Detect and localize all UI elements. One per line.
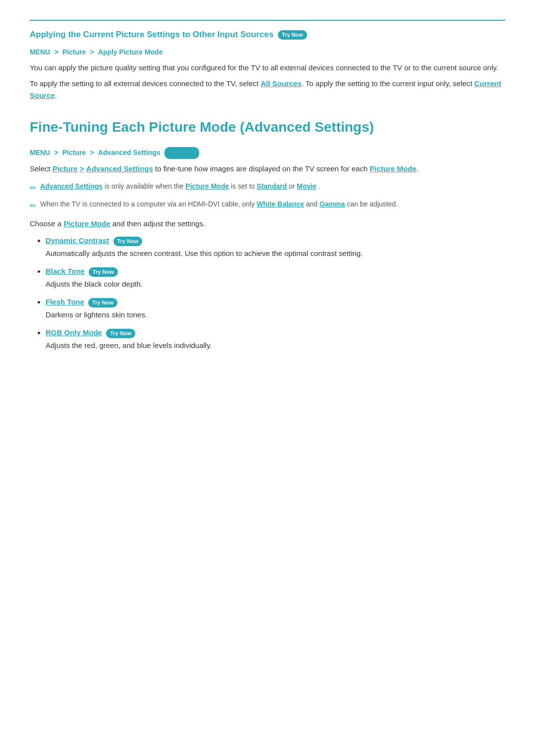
flesh-tone-label: Flesh Tone Try Now [46, 296, 505, 308]
intro-picture-link[interactable]: Picture [53, 164, 78, 173]
top-section-title: Applying the Current Picture Settings to… [30, 20, 505, 41]
choose-picture-mode-link[interactable]: Picture Mode [63, 219, 110, 228]
intro-mid: to fine-tune how images are displayed on… [153, 164, 370, 173]
dynamic-contrast-desc: Automatically adjusts the screen contras… [46, 248, 505, 259]
breadcrumb-sep2: > [90, 48, 94, 56]
black-tone-try-now[interactable]: Try Now [89, 267, 118, 277]
choose-suffix: and then adjust the settings. [110, 219, 206, 228]
bullet-list: Dynamic Contrast Try Now Automatically a… [30, 235, 505, 352]
breadcrumb-apply-picture-mode[interactable]: Apply Picture Mode [98, 48, 163, 56]
main-breadcrumb: MENU > Picture > Advanced Settings Try N… [30, 147, 505, 159]
note2-gamma[interactable]: Gamma [320, 200, 345, 208]
main-breadcrumb-menu[interactable]: MENU [30, 149, 50, 156]
top-body1: You can apply the picture quality settin… [30, 62, 505, 74]
note1-movie[interactable]: Movie [297, 182, 317, 190]
main-section: Fine-Tuning Each Picture Mode (Advanced … [30, 116, 505, 352]
dynamic-contrast-label: Dynamic Contrast Try Now [46, 235, 505, 247]
main-breadcrumb-sep2: > [90, 149, 94, 156]
intro-prefix: Select [30, 164, 53, 173]
choose-prefix: Choose a [30, 219, 63, 228]
rgb-only-mode-desc: Adjusts the red, green, and blue levels … [46, 340, 505, 352]
black-tone-label: Black Tone Try Now [46, 265, 505, 277]
intro-advanced-link[interactable]: Advanced Settings [86, 164, 153, 173]
flesh-tone-desc: Darkens or lightens skin tones. [46, 309, 505, 321]
note1-standard[interactable]: Standard [257, 182, 287, 190]
note-1: ✏ Advanced Settings is only available wh… [30, 181, 505, 195]
dynamic-contrast-try-now[interactable]: Try Now [113, 237, 143, 247]
rgb-only-mode-label: RGB Only Mode Try Now [46, 327, 505, 339]
intro-sep: > [80, 164, 84, 173]
main-breadcrumb-picture[interactable]: Picture [62, 149, 86, 156]
note1-picture-mode[interactable]: Picture Mode [185, 182, 229, 190]
flesh-tone-try-now[interactable]: Try Now [88, 298, 117, 308]
main-try-now-badge[interactable]: Try Now [164, 147, 199, 159]
top-body2-mid: . To apply the setting to the current in… [302, 79, 475, 88]
note-1-text: Advanced Settings is only available when… [40, 181, 321, 192]
dynamic-contrast-link[interactable]: Dynamic Contrast [46, 236, 109, 245]
top-section: Applying the Current Picture Settings to… [30, 20, 505, 101]
list-item-dynamic-contrast: Dynamic Contrast Try Now Automatically a… [46, 235, 505, 259]
main-intro: Select Picture > Advanced Settings to fi… [30, 163, 505, 175]
breadcrumb-menu[interactable]: MENU [30, 48, 50, 56]
main-section-title: Fine-Tuning Each Picture Mode (Advanced … [30, 116, 505, 139]
black-tone-link[interactable]: Black Tone [46, 267, 85, 275]
top-title-text: Applying the Current Picture Settings to… [30, 30, 273, 39]
note-2: ✏ When the TV is connected to a computer… [30, 199, 505, 212]
top-breadcrumb: MENU > Picture > Apply Picture Mode [30, 46, 505, 58]
breadcrumb-sep1: > [54, 48, 58, 56]
rgb-only-mode-link[interactable]: RGB Only Mode [46, 328, 102, 337]
note1-advanced-settings[interactable]: Advanced Settings [40, 182, 103, 190]
top-try-now-badge[interactable]: Try Now [278, 30, 307, 40]
main-breadcrumb-advanced-settings[interactable]: Advanced Settings [98, 149, 160, 156]
rgb-only-mode-try-now[interactable]: Try Now [106, 329, 135, 339]
pencil-icon-2: ✏ [30, 200, 36, 212]
breadcrumb-picture[interactable]: Picture [62, 48, 86, 56]
list-item-rgb-only-mode: RGB Only Mode Try Now Adjusts the red, g… [46, 327, 505, 352]
choose-text: Choose a Picture Mode and then adjust th… [30, 218, 505, 230]
top-body2-prefix: To apply the setting to all external dev… [30, 79, 261, 88]
all-sources-link[interactable]: All Sources [261, 79, 302, 88]
notes-block: ✏ Advanced Settings is only available wh… [30, 181, 505, 212]
top-body2-suffix: . [55, 91, 57, 100]
note-2-text: When the TV is connected to a computer v… [40, 199, 398, 209]
main-breadcrumb-sep1: > [54, 149, 58, 156]
note2-white-balance[interactable]: White Balance [257, 200, 304, 208]
list-item-black-tone: Black Tone Try Now Adjusts the black col… [46, 265, 505, 290]
black-tone-desc: Adjusts the black color depth. [46, 278, 505, 290]
pencil-icon-1: ✏ [30, 182, 36, 195]
list-item-flesh-tone: Flesh Tone Try Now Darkens or lightens s… [46, 296, 505, 321]
flesh-tone-link[interactable]: Flesh Tone [46, 298, 84, 306]
top-body2: To apply the setting to all external dev… [30, 78, 505, 101]
intro-picture-mode-link[interactable]: Picture Mode [370, 164, 416, 173]
intro-suffix: . [417, 164, 419, 173]
